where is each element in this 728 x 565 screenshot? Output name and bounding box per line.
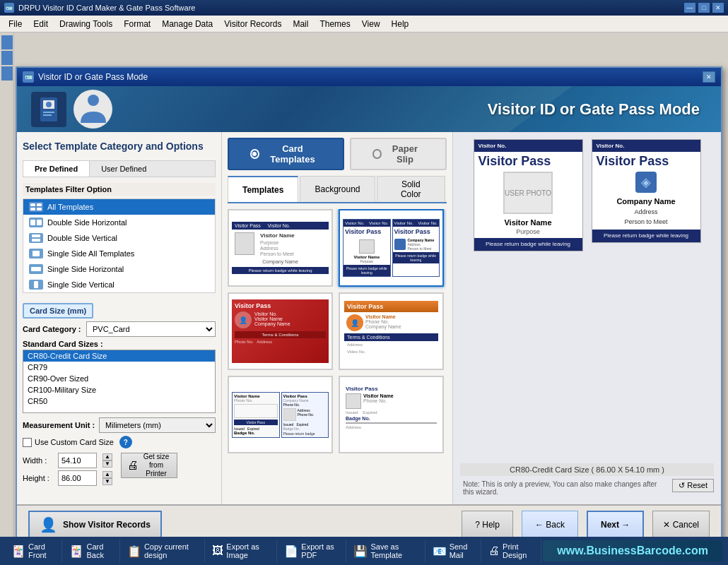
card-front-icon: 🃏 [11,545,25,558]
std-sizes-label: Standard Card Sizes : [23,340,216,348]
card-templates-tab[interactable]: Card Templates [228,138,344,170]
card-category-select[interactable]: PVC_Card [86,321,216,337]
next-btn[interactable]: Next → [587,511,644,539]
template-card-5[interactable]: Visitor Name Photo No. Visitor Pass Issu… [228,376,333,453]
height-spinner[interactable]: ▲ ▼ [102,471,112,485]
width-down[interactable]: ▼ [102,460,112,468]
export-pdf-icon: 📄 [284,545,298,558]
template-card-2[interactable]: Visitor No.Visitor No. Visitor Pass Visi… [339,209,444,287]
menu-drawing-tools[interactable]: Drawing Tools [54,18,118,30]
export-pdf-label: Export as PDF [301,542,340,559]
svg-rect-9 [37,208,42,210]
size-cr50[interactable]: CR50 [23,396,215,407]
template-card-3[interactable]: Visitor Pass 👤 Visitor No. Visitor Name … [228,292,333,370]
dialog-close-btn[interactable]: ✕ [703,71,715,83]
lt-item-2[interactable] [1,51,13,65]
templates-grid: Visitor Pass Visitor No. Visitor Name Pu… [228,209,447,453]
svg-rect-12 [32,234,40,237]
template-card-1[interactable]: Visitor Pass Visitor No. Visitor Name Pu… [228,209,333,287]
toolbar-copy-design[interactable]: 📋 Copy current design [122,540,205,562]
toolbar-card-back[interactable]: 🃏 Card Back [64,540,119,562]
width-up[interactable]: ▲ [102,453,112,460]
menu-manage-data[interactable]: Manage Data [156,18,218,30]
printer-icon: 🖨 [127,459,139,472]
toolbar-save-template[interactable]: 💾 Save as Template [348,540,425,562]
size-cr80[interactable]: CR80-Credit Card Size [23,350,215,362]
filter-single-vert[interactable]: Single Side Vertical [23,277,215,292]
size-cr90[interactable]: CR90-Over Sized [23,373,215,384]
width-row: Width : ▲ ▼ [23,453,112,468]
svg-rect-4 [43,114,52,116]
paper-slip-tab[interactable]: Paper Slip [350,138,447,170]
paper-slip-label: Paper Slip [386,143,424,165]
menu-edit[interactable]: Edit [28,18,54,30]
template-card-4[interactable]: Visitor Pass 👤 Visitor Name Phone No. Co… [339,292,444,370]
height-input[interactable] [58,470,97,486]
close-btn[interactable]: ✕ [712,3,724,13]
template-card-6[interactable]: Visitor Pass Visitor Name Phone No. I [339,376,444,453]
menu-themes[interactable]: Themes [314,18,356,30]
toolbar-card-front[interactable]: 🃏 Card Front [6,540,62,562]
templates-scroll-container: Visitor Pass Visitor No. Visitor Name Pu… [228,209,447,504]
size-cr79[interactable]: CR79 [23,362,215,373]
menu-view[interactable]: View [356,18,386,30]
minimize-btn[interactable]: — [684,3,695,13]
filter-sa-icon [29,249,43,258]
filter-single-horiz[interactable]: Single Side Horizontal [23,261,215,277]
print-icon: 🖨 [488,545,500,557]
filter-double-vert[interactable]: Double Side Vertical [23,230,215,246]
menu-mail[interactable]: Mail [287,18,314,30]
tab-templates[interactable]: Templates [228,176,298,202]
measurement-select[interactable]: Milimeters (mm) [99,417,216,433]
help-icon[interactable]: ? [119,436,132,448]
back-btn[interactable]: ← Back [522,511,578,539]
menu-help[interactable]: Help [386,18,415,30]
vc2-footer: Please return badge while leaving [592,230,700,242]
tab-predefined[interactable]: Pre Defined [23,161,90,177]
card-back-icon: 🃏 [69,545,83,558]
menu-bar: File Edit Drawing Tools Format Manage Da… [0,16,728,32]
lt-item-1[interactable] [1,35,13,49]
main-window: 🪪 Visitor ID or Gate Pass Mode ✕ [0,32,728,565]
filter-sa-label: Single Side All Templates [47,249,134,258]
height-down[interactable]: ▼ [102,478,112,485]
width-input[interactable] [58,453,97,468]
visitor-card-2: Visitor No. Visitor Pass ◈ Company Name … [592,139,701,243]
toolbar-print-design[interactable]: 🖨 Print Design [483,540,541,562]
help-btn[interactable]: ? Help [462,511,513,539]
toolbar-send-mail[interactable]: 📧 Send Mail [427,540,481,562]
filter-sv-icon [29,280,43,290]
width-spinner[interactable]: ▲ ▼ [102,453,112,468]
filter-all-templates[interactable]: All Templates [23,199,215,215]
get-size-label: Get size from Printer [141,453,171,478]
tab-background[interactable]: Background [300,176,375,202]
svg-rect-13 [32,239,40,242]
maximize-btn[interactable]: □ [698,3,710,13]
tab-userdefined[interactable]: User Defined [90,161,158,177]
custom-size-checkbox[interactable] [23,438,32,447]
dialog-controls: ✕ [703,71,715,83]
cancel-btn[interactable]: ✕ Cancel [652,511,710,539]
card-templates-label: Card Templates [264,143,322,165]
menu-file[interactable]: File [3,18,28,30]
toolbar-export-pdf[interactable]: 📄 Export as PDF [278,540,346,562]
vc2-logo-symbol: ◈ [641,174,651,190]
filter-single-all[interactable]: Single Side All Templates [23,246,215,261]
app-title: DRPU Visitor ID Card Maker & Gate Pass S… [18,4,195,12]
show-records-label: Show Visitor Records [63,520,151,530]
get-size-btn[interactable]: 🖨 Get size from Printer [121,453,177,478]
lt-item-3[interactable] [1,66,13,81]
vc2-logo: ◈ [635,172,657,193]
menu-format[interactable]: Format [118,18,156,30]
height-up[interactable]: ▲ [102,471,112,478]
menu-visitor-records[interactable]: Visitor Records [218,18,287,30]
paper-slip-radio [372,149,382,159]
filter-dv-icon [29,233,43,243]
toolbar-export-image[interactable]: 🖼 Export as Image [206,540,277,562]
filter-double-horiz[interactable]: Double Side Horizontal [23,215,215,230]
filter-sv-label: Single Side Vertical [47,280,115,289]
tab-solid-color[interactable]: Solid Color [377,176,445,202]
size-cr100[interactable]: CR100-Military Size [23,384,215,396]
reset-btn[interactable]: ↺ Reset [672,479,714,492]
show-visitor-records-btn[interactable]: 👤 Show Visitor Records [28,511,162,539]
